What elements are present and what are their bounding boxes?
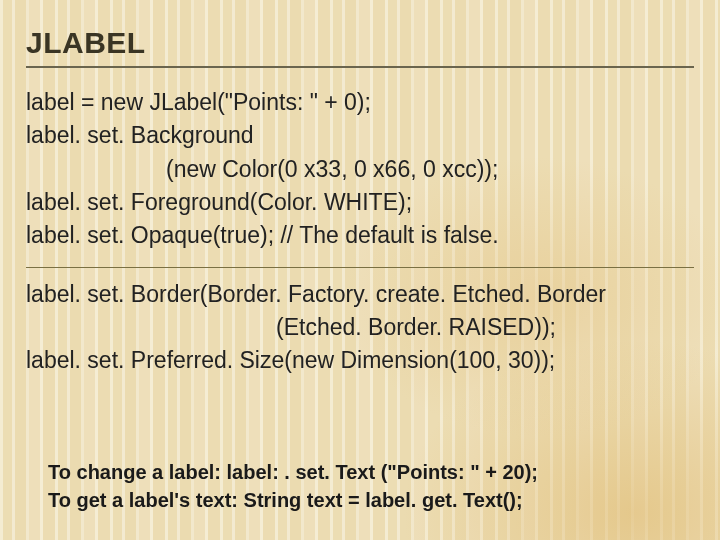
footer-line: To get a label's text: String text = lab… [48, 486, 690, 514]
code-line: (new Color(0 x33, 0 x66, 0 xcc)); [26, 153, 694, 186]
footer-notes: To change a label: label: . set. Text ("… [48, 458, 690, 514]
slide: JLABEL label = new JLabel("Points: " + 0… [0, 0, 720, 540]
code-line: label. set. Foreground(Color. WHITE); [26, 186, 694, 219]
code-block-1: label = new JLabel("Points: " + 0); labe… [26, 86, 694, 253]
slide-title: JLABEL [26, 26, 694, 68]
footer-line: To change a label: label: . set. Text ("… [48, 458, 690, 486]
code-block-2: label. set. Border(Border. Factory. crea… [26, 278, 694, 378]
code-line: label. set. Preferred. Size(new Dimensio… [26, 344, 694, 377]
code-line: label = new JLabel("Points: " + 0); [26, 86, 694, 119]
code-line: (Etched. Border. RAISED)); [26, 311, 694, 344]
code-line: label. set. Border(Border. Factory. crea… [26, 278, 694, 311]
code-line: label. set. Opaque(true); // The default… [26, 219, 694, 252]
divider [26, 267, 694, 268]
code-line: label. set. Background [26, 119, 694, 152]
